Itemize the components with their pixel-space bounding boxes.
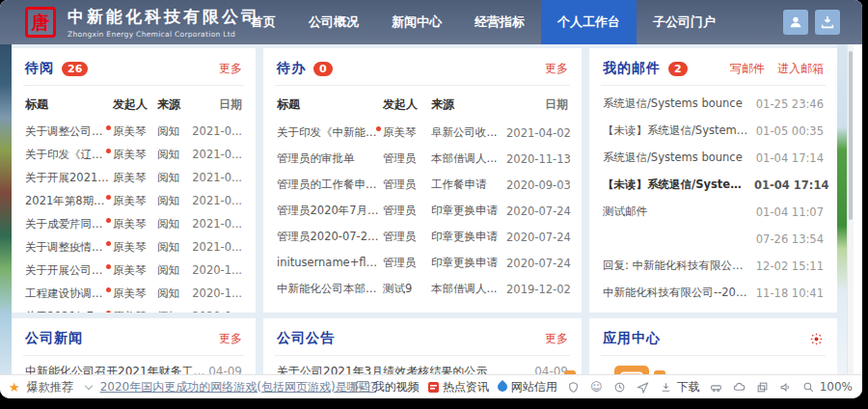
site-credit-button[interactable]: 网站信用 bbox=[498, 379, 557, 395]
promo-label: 爆款推荐 bbox=[27, 379, 73, 395]
emoji-icon[interactable]: ☺ bbox=[589, 380, 604, 395]
table-row[interactable]: 管理员的审批单 管理员 本部借调人... 2020-11-13 bbox=[277, 146, 568, 172]
table-header: 标题 发起人 来源 日期 bbox=[25, 86, 242, 120]
row-source: 阅知 bbox=[157, 217, 192, 232]
history-clock-icon[interactable] bbox=[612, 380, 627, 395]
to-read-list: 关于调整公司生态环境... 原美琴 阅知 2021-0... 关于印发《辽宁大唐… bbox=[25, 120, 242, 313]
unread-dot-icon bbox=[376, 126, 381, 131]
chevron-down-icon[interactable] bbox=[84, 382, 92, 390]
download-button[interactable]: 下载 bbox=[659, 379, 700, 395]
table-row[interactable]: 2021年第8期周例会纪要 原美琴 阅知 2021-0... bbox=[25, 189, 242, 212]
notice-item[interactable]: 关于公司2021年3月绩效考核结果的公示 04-09 bbox=[277, 359, 568, 374]
gear-icon[interactable] bbox=[809, 332, 824, 346]
car-icon[interactable] bbox=[709, 380, 723, 395]
sender-name: 原美琴 bbox=[113, 310, 147, 314]
unread-dot-icon bbox=[106, 287, 111, 292]
table-row[interactable]: 关于调整疫情防控工作领... 原美琴 阅知 2021-0... bbox=[25, 235, 242, 259]
table-row[interactable]: 关于印发《中新能化科技有限公司党... 原美琴 阜新公司收... 2021-04… bbox=[277, 120, 568, 146]
table-row[interactable]: 关于2020年7月份阜新煤... 原美琴 阅知 2020-0... bbox=[25, 305, 242, 313]
table-row[interactable]: 管理员的工作餐申请单 管理员 工作餐申请 2020-09-03 bbox=[277, 172, 568, 198]
zoom-control[interactable]: 100% bbox=[801, 380, 853, 395]
sender-name: 原美琴 bbox=[113, 240, 147, 254]
mail-item[interactable]: 系统退信/Systems bounce 01-25 23:46 bbox=[603, 91, 824, 117]
user-icon[interactable] bbox=[783, 10, 808, 35]
mail-item[interactable]: 系统退信/Systems bounce 01-04 17:14 bbox=[603, 145, 824, 171]
row-source: 阅知 bbox=[157, 171, 192, 185]
table-row[interactable]: 关于开展公司2020年度优... 原美琴 阅知 2020-1... bbox=[25, 259, 242, 282]
nav-item[interactable]: 个人工作台 bbox=[541, 0, 637, 44]
row-title: 管理员2020-07-24 16:12:09印章更换... bbox=[277, 230, 383, 244]
more-link[interactable]: 更多 bbox=[219, 61, 242, 77]
more-link[interactable]: 更多 bbox=[545, 331, 568, 347]
table-header: 标题 发起人 来源 日期 bbox=[277, 86, 568, 120]
nav-item[interactable]: 经营指标 bbox=[458, 0, 541, 44]
col-sender: 发起人 bbox=[383, 96, 431, 113]
panel-company-news: 公司新闻 更多 中新能化公司召开2021年财务工作会议 04-09 bbox=[12, 318, 256, 374]
table-row[interactable]: 关于成爱芹同志任职的通知 原美琴 阅知 2021-0... bbox=[25, 212, 242, 235]
nav-item[interactable]: 新闻中心 bbox=[375, 0, 458, 44]
mail-item[interactable]: 07-26 13:54 bbox=[603, 226, 824, 252]
mail-item[interactable]: 【未读】系统退信/Systems bounce 01-04 17:14 bbox=[603, 172, 824, 198]
table-row[interactable]: 工程建设协调会第19期会... 原美琴 阅知 2020-1... bbox=[25, 282, 242, 305]
sender-name: 原美琴 bbox=[113, 217, 147, 231]
download-icon[interactable] bbox=[815, 10, 840, 35]
mail-item[interactable]: 中新能化科技有限公司--2019下半... 11-18 10:41 bbox=[603, 280, 824, 306]
mail-subject: 【未读】系统退信/Systems bounce bbox=[603, 177, 754, 192]
col-source: 来源 bbox=[431, 96, 506, 113]
mail-time: 07-26 13:54 bbox=[754, 232, 824, 246]
speaker-icon[interactable] bbox=[778, 380, 793, 395]
sender-name: 测试9 bbox=[383, 282, 412, 295]
my-video-label: 我的视频 bbox=[373, 379, 420, 395]
mail-item[interactable]: 回复: 中新能化科技有限公司--2019... 12-02 15:11 bbox=[603, 253, 824, 279]
vertical-scrollbar[interactable] bbox=[847, 44, 854, 374]
table-row[interactable]: 中新能化公司本部借调人员审批表,中新... 测试9 本部借调人... 2019-… bbox=[277, 276, 568, 302]
news-item[interactable]: 中新能化公司召开2021年财务工作会议 04-09 bbox=[25, 359, 242, 374]
table-row[interactable]: initusername+fldngdate+'印章更换... 管理员 印章更换… bbox=[277, 250, 568, 276]
row-sender: 管理员 bbox=[383, 151, 431, 166]
mail-item[interactable]: 【未读】系统退信/Systems bounce 01-05 00:35 bbox=[603, 118, 824, 144]
row-source: 阜新公司收... bbox=[431, 125, 506, 140]
hot-news-button[interactable]: 热点资讯 bbox=[428, 379, 489, 395]
nav-item[interactable]: 子公司门户 bbox=[637, 0, 732, 44]
goto-mailbox-link[interactable]: 进入邮箱 bbox=[777, 61, 824, 77]
sender-name: 原美琴 bbox=[113, 171, 147, 184]
my-video-button[interactable]: ▶ 我的视频 bbox=[356, 379, 420, 395]
table-row[interactable]: 关于开展2021年春季安全... 原美琴 阅知 2021-0... bbox=[25, 166, 242, 189]
more-link[interactable]: 更多 bbox=[545, 61, 568, 77]
row-title: initusername+fldngdate+'印章更换... bbox=[277, 256, 383, 270]
notice-list: 关于公司2021年3月绩效考核结果的公示 04-09 bbox=[277, 359, 568, 374]
rocket-icon[interactable] bbox=[636, 380, 650, 395]
compose-mail-link[interactable]: 写邮件 bbox=[730, 61, 765, 77]
mail-time: 01-04 11:07 bbox=[754, 205, 824, 219]
cloud-icon[interactable] bbox=[732, 380, 746, 395]
col-title: 标题 bbox=[25, 96, 113, 113]
promo-link[interactable]: 2020年国内更成功的网络游戏(包括网页游戏)是哪些? bbox=[100, 379, 376, 395]
mail-subject: 系统退信/Systems bounce bbox=[603, 96, 754, 111]
table-row[interactable]: 关于印发《辽宁大唐国际... 原美琴 阅知 2021-0... bbox=[25, 143, 242, 166]
row-date: 2021-0... bbox=[192, 217, 242, 231]
shield-icon[interactable] bbox=[566, 380, 581, 395]
row-sender: 原美琴 bbox=[113, 263, 157, 278]
nav-item[interactable]: 公司概况 bbox=[292, 0, 375, 44]
nav-item[interactable]: 首页 bbox=[234, 0, 292, 44]
row-date: 2020-1... bbox=[192, 263, 242, 277]
row-title: 关于调整公司生态环境... bbox=[25, 124, 113, 139]
scrollbar-thumb[interactable] bbox=[849, 51, 853, 220]
table-row[interactable]: 管理员2020-07-24 16:12:09印章更换... 管理员 印章更换申请… bbox=[277, 224, 568, 250]
row-title: 关于开展2021年春季安全... bbox=[25, 171, 113, 185]
table-row[interactable]: 管理员2020年7月24日印章更换申请 管理员 印章更换申请 2020-07-2… bbox=[277, 198, 568, 224]
row-sender: 管理员 bbox=[383, 256, 431, 270]
portal-header: 唐 中新能化科技有限公司 Zhongxin Energy Chemical Co… bbox=[0, 0, 862, 44]
row-source: 阅知 bbox=[157, 124, 192, 139]
main-nav: 首页 公司概况 新闻中心 经营指标 个人工作台 子公司门户 bbox=[234, 0, 732, 44]
row-source: 本部借调人... bbox=[431, 151, 506, 166]
mail-item[interactable]: 测试邮件 01-04 11:07 bbox=[603, 199, 824, 225]
mail-time: 01-05 00:35 bbox=[754, 124, 824, 138]
more-link[interactable]: 更多 bbox=[219, 331, 242, 347]
row-title: 关于开展公司2020年度优... bbox=[25, 263, 113, 278]
mail-time: 11-18 10:41 bbox=[754, 286, 824, 300]
unread-dot-icon bbox=[106, 218, 111, 223]
windows-stack-icon[interactable] bbox=[755, 380, 770, 395]
table-row[interactable]: 关于调整公司生态环境... 原美琴 阅知 2021-0... bbox=[25, 120, 242, 143]
mail-app-icon[interactable] bbox=[614, 366, 649, 374]
